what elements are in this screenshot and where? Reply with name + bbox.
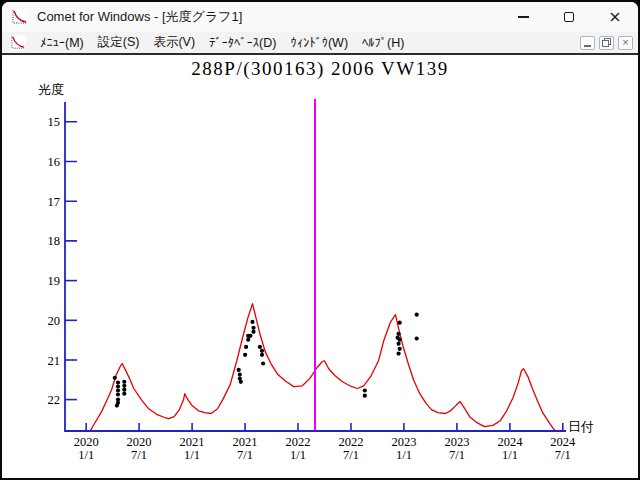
x-axis-ticks: 20201/120207/120211/120217/120221/120227…	[74, 423, 576, 462]
svg-text:2020: 2020	[74, 435, 99, 449]
svg-text:1/1: 1/1	[184, 448, 200, 462]
light-curve-chart: 288P/(300163) 2006 VW139 光度 日付 151617181…	[2, 2, 638, 478]
y-axis-ticks: 1516171819202122	[48, 115, 78, 407]
svg-text:19: 19	[48, 274, 61, 288]
svg-text:1/1: 1/1	[396, 448, 412, 462]
svg-text:16: 16	[48, 155, 61, 169]
svg-text:18: 18	[48, 234, 61, 248]
svg-text:20: 20	[48, 314, 61, 328]
svg-text:15: 15	[48, 115, 61, 129]
svg-text:2023: 2023	[444, 435, 469, 449]
svg-text:2021: 2021	[233, 435, 258, 449]
svg-text:7/1: 7/1	[131, 448, 147, 462]
svg-text:21: 21	[48, 354, 61, 368]
svg-text:7/1: 7/1	[237, 448, 253, 462]
svg-text:17: 17	[48, 195, 61, 209]
svg-text:2022: 2022	[339, 435, 364, 449]
svg-text:2022: 2022	[286, 435, 311, 449]
app-window: Comet for Windows - [光度グラフ1] × ﾒﾆｭｰ(M) 設…	[0, 0, 640, 480]
svg-text:1/1: 1/1	[502, 448, 518, 462]
svg-text:2024: 2024	[550, 435, 576, 449]
svg-text:7/1: 7/1	[555, 448, 571, 462]
svg-text:1/1: 1/1	[78, 448, 94, 462]
svg-text:7/1: 7/1	[343, 448, 359, 462]
model-curve	[90, 304, 556, 431]
light-curve-plot: 151617181920212220201/120207/120211/1202…	[2, 2, 640, 480]
svg-text:22: 22	[48, 393, 61, 407]
svg-text:2024: 2024	[497, 435, 523, 449]
svg-text:2021: 2021	[180, 435, 205, 449]
observation-points	[113, 313, 419, 408]
svg-text:2023: 2023	[391, 435, 416, 449]
svg-text:7/1: 7/1	[449, 448, 465, 462]
svg-text:1/1: 1/1	[290, 448, 306, 462]
svg-text:2020: 2020	[127, 435, 152, 449]
